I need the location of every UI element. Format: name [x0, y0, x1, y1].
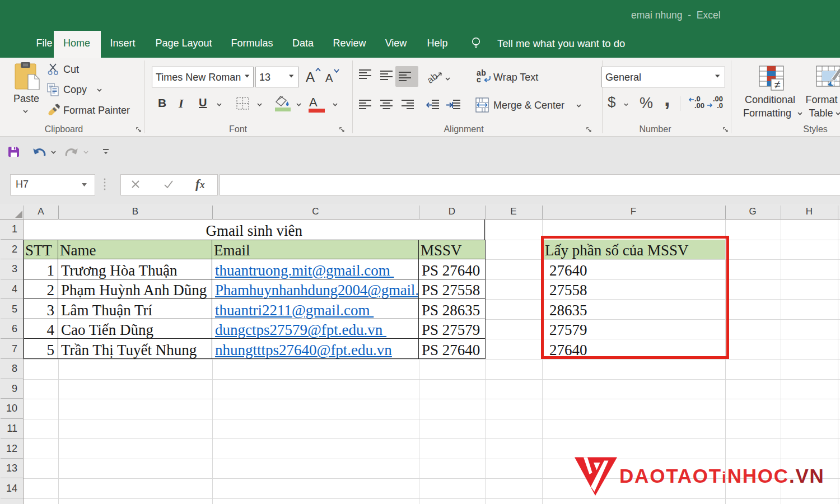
svg-text:≠: ≠	[774, 78, 781, 91]
